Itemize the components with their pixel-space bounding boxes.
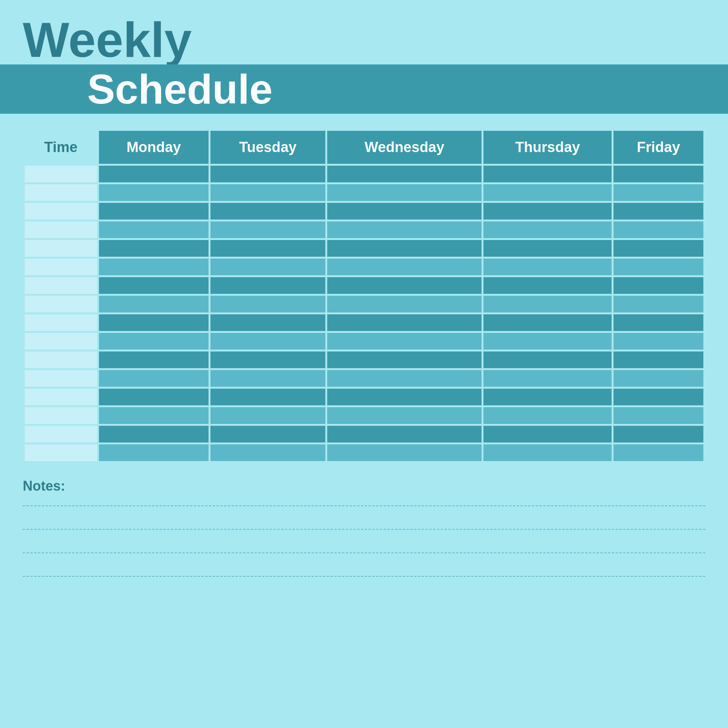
day-cell[interactable] bbox=[327, 389, 482, 405]
table-row[interactable] bbox=[25, 444, 703, 461]
day-cell[interactable] bbox=[210, 166, 325, 182]
table-row[interactable] bbox=[25, 426, 703, 442]
day-cell[interactable] bbox=[613, 389, 703, 405]
table-row[interactable] bbox=[25, 184, 703, 201]
day-cell[interactable] bbox=[483, 277, 612, 294]
day-cell[interactable] bbox=[483, 259, 612, 275]
day-cell[interactable] bbox=[327, 314, 482, 331]
time-cell[interactable] bbox=[25, 333, 97, 350]
day-cell[interactable] bbox=[99, 426, 209, 442]
day-cell[interactable] bbox=[99, 166, 209, 182]
day-cell[interactable] bbox=[99, 277, 209, 294]
table-row[interactable] bbox=[25, 259, 703, 275]
time-cell[interactable] bbox=[25, 370, 97, 387]
day-cell[interactable] bbox=[210, 389, 325, 405]
day-cell[interactable] bbox=[327, 240, 482, 257]
day-cell[interactable] bbox=[327, 259, 482, 275]
day-cell[interactable] bbox=[210, 314, 325, 331]
day-cell[interactable] bbox=[613, 259, 703, 275]
time-cell[interactable] bbox=[25, 426, 97, 442]
day-cell[interactable] bbox=[327, 184, 482, 201]
table-row[interactable] bbox=[25, 203, 703, 220]
day-cell[interactable] bbox=[210, 184, 325, 201]
day-cell[interactable] bbox=[613, 333, 703, 350]
day-cell[interactable] bbox=[210, 444, 325, 461]
time-cell[interactable] bbox=[25, 277, 97, 294]
day-cell[interactable] bbox=[327, 370, 482, 387]
day-cell[interactable] bbox=[210, 333, 325, 350]
table-row[interactable] bbox=[25, 240, 703, 257]
day-cell[interactable] bbox=[99, 351, 209, 368]
table-row[interactable] bbox=[25, 221, 703, 238]
day-cell[interactable] bbox=[483, 333, 612, 350]
day-cell[interactable] bbox=[99, 184, 209, 201]
day-cell[interactable] bbox=[327, 333, 482, 350]
time-cell[interactable] bbox=[25, 203, 97, 220]
day-cell[interactable] bbox=[327, 166, 482, 182]
day-cell[interactable] bbox=[613, 184, 703, 201]
day-cell[interactable] bbox=[483, 351, 612, 368]
day-cell[interactable] bbox=[99, 333, 209, 350]
table-row[interactable] bbox=[25, 277, 703, 294]
day-cell[interactable] bbox=[210, 426, 325, 442]
day-cell[interactable] bbox=[210, 259, 325, 275]
time-cell[interactable] bbox=[25, 296, 97, 312]
day-cell[interactable] bbox=[210, 296, 325, 312]
table-row[interactable] bbox=[25, 407, 703, 424]
day-cell[interactable] bbox=[483, 370, 612, 387]
day-cell[interactable] bbox=[99, 389, 209, 405]
day-cell[interactable] bbox=[210, 240, 325, 257]
day-cell[interactable] bbox=[613, 370, 703, 387]
day-cell[interactable] bbox=[327, 351, 482, 368]
table-row[interactable] bbox=[25, 166, 703, 182]
day-cell[interactable] bbox=[99, 444, 209, 461]
day-cell[interactable] bbox=[210, 221, 325, 238]
day-cell[interactable] bbox=[99, 407, 209, 424]
day-cell[interactable] bbox=[99, 370, 209, 387]
time-cell[interactable] bbox=[25, 221, 97, 238]
day-cell[interactable] bbox=[99, 296, 209, 312]
day-cell[interactable] bbox=[483, 426, 612, 442]
table-row[interactable] bbox=[25, 333, 703, 350]
day-cell[interactable] bbox=[483, 240, 612, 257]
time-cell[interactable] bbox=[25, 259, 97, 275]
day-cell[interactable] bbox=[613, 166, 703, 182]
day-cell[interactable] bbox=[483, 444, 612, 461]
day-cell[interactable] bbox=[483, 221, 612, 238]
day-cell[interactable] bbox=[99, 240, 209, 257]
day-cell[interactable] bbox=[99, 259, 209, 275]
day-cell[interactable] bbox=[483, 296, 612, 312]
table-row[interactable] bbox=[25, 370, 703, 387]
day-cell[interactable] bbox=[613, 203, 703, 220]
table-row[interactable] bbox=[25, 314, 703, 331]
day-cell[interactable] bbox=[210, 277, 325, 294]
time-cell[interactable] bbox=[25, 184, 97, 201]
day-cell[interactable] bbox=[483, 184, 612, 201]
day-cell[interactable] bbox=[210, 407, 325, 424]
day-cell[interactable] bbox=[613, 351, 703, 368]
day-cell[interactable] bbox=[613, 296, 703, 312]
day-cell[interactable] bbox=[327, 426, 482, 442]
day-cell[interactable] bbox=[210, 351, 325, 368]
day-cell[interactable] bbox=[613, 240, 703, 257]
day-cell[interactable] bbox=[613, 444, 703, 461]
day-cell[interactable] bbox=[327, 296, 482, 312]
time-cell[interactable] bbox=[25, 407, 97, 424]
day-cell[interactable] bbox=[327, 203, 482, 220]
day-cell[interactable] bbox=[99, 221, 209, 238]
day-cell[interactable] bbox=[327, 221, 482, 238]
day-cell[interactable] bbox=[483, 166, 612, 182]
day-cell[interactable] bbox=[327, 444, 482, 461]
day-cell[interactable] bbox=[483, 389, 612, 405]
table-row[interactable] bbox=[25, 389, 703, 405]
time-cell[interactable] bbox=[25, 166, 97, 182]
table-row[interactable] bbox=[25, 296, 703, 312]
day-cell[interactable] bbox=[613, 314, 703, 331]
day-cell[interactable] bbox=[327, 407, 482, 424]
day-cell[interactable] bbox=[210, 203, 325, 220]
day-cell[interactable] bbox=[613, 407, 703, 424]
time-cell[interactable] bbox=[25, 389, 97, 405]
table-row[interactable] bbox=[25, 351, 703, 368]
day-cell[interactable] bbox=[483, 407, 612, 424]
time-cell[interactable] bbox=[25, 314, 97, 331]
